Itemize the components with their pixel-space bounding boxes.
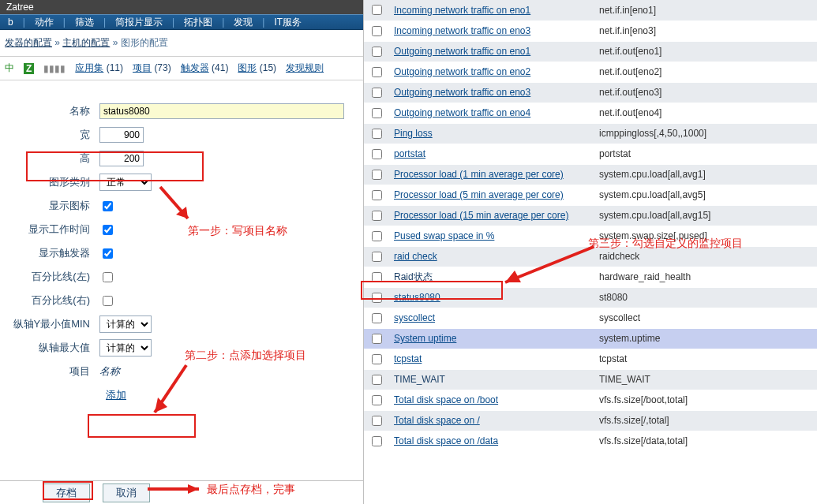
item-link[interactable]: syscollect: [394, 312, 435, 323]
item-link[interactable]: Outgoing network traffic on eno1: [394, 46, 530, 57]
item-link[interactable]: Total disk space on /boot: [394, 394, 498, 405]
main-menu[interactable]: b| 动作| 筛选| 简报片显示| 拓扑图| 发现| IT服务: [0, 14, 363, 30]
item-checkbox[interactable]: [372, 190, 382, 200]
table-row[interactable]: Pused swap space in %system.swap.size[,p…: [364, 226, 817, 246]
table-row[interactable]: portstatportstat: [364, 144, 817, 164]
item-checkbox[interactable]: [372, 108, 382, 118]
item-checkbox[interactable]: [372, 395, 382, 405]
table-row[interactable]: syscollectsyscollect: [364, 308, 817, 328]
item-key: TIME_WAIT: [594, 369, 817, 390]
item-link[interactable]: System uptime: [394, 333, 456, 344]
table-row[interactable]: Outgoing network traffic on eno2net.if.o…: [364, 62, 817, 82]
tb-trig[interactable]: 触发器: [181, 62, 209, 73]
item-link[interactable]: Outgoing network traffic on eno2: [394, 66, 530, 77]
item-checkbox[interactable]: [372, 416, 382, 426]
table-row[interactable]: Incoming network traffic on eno3net.if.i…: [364, 21, 817, 41]
item-link[interactable]: portstat: [394, 148, 425, 159]
item-link[interactable]: Outgoing network traffic on eno4: [394, 107, 530, 118]
item-checkbox[interactable]: [372, 252, 382, 262]
item-checkbox[interactable]: [372, 26, 382, 36]
host-toolbar: 中 Z ▮▮▮▮ 应用集 (11) 项目 (73) 触发器 (41) 图形 (1…: [0, 56, 363, 80]
item-key: raidcheck: [594, 246, 817, 267]
item-link[interactable]: Total disk space on /: [394, 415, 480, 426]
item-checkbox[interactable]: [372, 354, 382, 364]
tb-disc[interactable]: 发现规则: [286, 62, 324, 73]
table-row[interactable]: Raid状态hardware_raid_health: [364, 267, 817, 287]
item-link[interactable]: raid check: [394, 251, 437, 262]
table-row[interactable]: TIME_WAITTIME_WAIT: [364, 369, 817, 390]
item-link[interactable]: Processor load (1 min average per core): [394, 169, 564, 180]
trigger-checkbox[interactable]: [103, 248, 113, 259]
menu-topo[interactable]: 拓扑图: [181, 16, 215, 29]
item-checkbox[interactable]: [372, 67, 382, 77]
menu-it[interactable]: IT服务: [271, 16, 305, 29]
item-checkbox[interactable]: [372, 231, 382, 241]
item-link[interactable]: status8080: [394, 292, 440, 303]
table-row[interactable]: Total disk space on /bootvfs.fs.size[/bo…: [364, 390, 817, 410]
item-key: net.if.out[eno1]: [594, 41, 817, 62]
table-row[interactable]: System uptimesystem.uptime: [364, 328, 817, 349]
table-row[interactable]: Outgoing network traffic on eno1net.if.o…: [364, 41, 817, 62]
tb-apps[interactable]: 应用集: [75, 62, 103, 73]
table-row[interactable]: Outgoing network traffic on eno3net.if.o…: [364, 82, 817, 103]
item-link[interactable]: Pused swap space in %: [394, 230, 494, 241]
item-link[interactable]: Processor load (5 min average per core): [394, 189, 564, 200]
table-row[interactable]: Total disk space on /datavfs.fs.size[/da…: [364, 431, 817, 451]
menu-rpt[interactable]: 简报片显示: [112, 16, 166, 29]
item-checkbox[interactable]: [372, 436, 382, 446]
legend-checkbox[interactable]: [103, 201, 113, 211]
item-checkbox[interactable]: [372, 313, 382, 323]
item-checkbox[interactable]: [372, 375, 382, 385]
table-row[interactable]: Incoming network traffic on eno1net.if.i…: [364, 0, 817, 21]
width-input[interactable]: [99, 127, 144, 143]
item-link[interactable]: Incoming network traffic on eno3: [394, 25, 530, 36]
item-link[interactable]: Outgoing network traffic on eno3: [394, 87, 530, 98]
table-row[interactable]: Processor load (5 min average per core)s…: [364, 185, 817, 205]
table-row[interactable]: Ping lossicmppingloss[,4,50,,1000]: [364, 123, 817, 144]
pctr-checkbox[interactable]: [103, 296, 113, 306]
item-link[interactable]: Processor load (15 min average per core): [394, 210, 568, 221]
item-checkbox[interactable]: [372, 88, 382, 98]
ymin-select[interactable]: 计算的: [99, 315, 152, 333]
item-link[interactable]: tcpstat: [394, 353, 422, 364]
table-row[interactable]: Processor load (15 min average per core)…: [364, 205, 817, 226]
item-checkbox[interactable]: [372, 334, 382, 344]
pctl-checkbox[interactable]: [103, 272, 113, 282]
table-row[interactable]: Outgoing network traffic on eno4net.if.o…: [364, 103, 817, 123]
name-input[interactable]: [99, 103, 344, 119]
crumb-graph: 图形的配置: [121, 37, 168, 48]
worktime-checkbox[interactable]: [103, 225, 113, 235]
tb-graph[interactable]: 图形: [238, 62, 257, 73]
menu-b[interactable]: b: [5, 17, 17, 28]
crumb-trig[interactable]: 发器的配置: [5, 37, 52, 48]
menu-disc[interactable]: 发现: [230, 16, 256, 29]
lbl-ymin: 纵轴Y最小值MIN: [0, 317, 99, 331]
type-select[interactable]: 正常: [99, 174, 152, 191]
cancel-button[interactable]: 取消: [103, 483, 150, 502]
table-row[interactable]: Processor load (1 min average per core)s…: [364, 164, 817, 185]
item-checkbox[interactable]: [372, 129, 382, 139]
item-checkbox[interactable]: [372, 170, 382, 180]
tb-items[interactable]: 项目: [133, 62, 152, 73]
table-row[interactable]: tcpstattcpstat: [364, 349, 817, 369]
item-link[interactable]: Total disk space on /data: [394, 435, 498, 446]
item-checkbox[interactable]: [372, 149, 382, 159]
item-link[interactable]: Incoming network traffic on eno1: [394, 5, 530, 16]
add-item-link[interactable]: 添加: [99, 388, 133, 402]
crumb-host[interactable]: 主机的配置: [62, 37, 110, 48]
table-row[interactable]: Total disk space on /vfs.fs.size[/,total…: [364, 410, 817, 431]
item-checkbox[interactable]: [372, 293, 382, 303]
item-checkbox[interactable]: [372, 272, 382, 282]
item-checkbox[interactable]: [372, 47, 382, 57]
height-input[interactable]: [99, 151, 144, 166]
lbl-pctl: 百分比线(左): [0, 270, 99, 284]
table-row[interactable]: raid checkraidcheck: [364, 246, 817, 267]
menu-act[interactable]: 动作: [32, 16, 57, 29]
item-checkbox[interactable]: [372, 5, 382, 15]
menu-flt[interactable]: 筛选: [72, 16, 97, 29]
save-button[interactable]: 存档: [43, 483, 90, 502]
item-link[interactable]: Ping loss: [394, 128, 433, 139]
table-row[interactable]: status8080st8080: [364, 287, 817, 308]
item-checkbox[interactable]: [372, 211, 382, 221]
ymax-select[interactable]: 计算的: [99, 339, 152, 357]
